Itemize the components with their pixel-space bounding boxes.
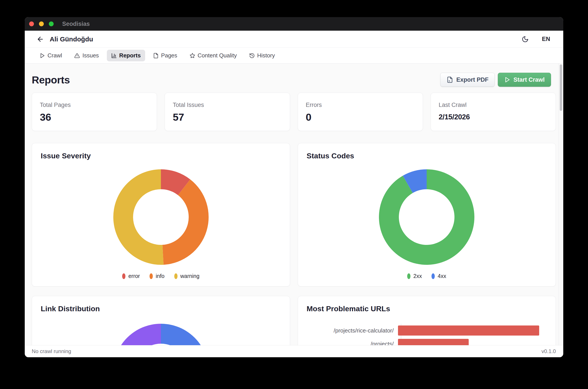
crawl-status-text: No crawl running bbox=[32, 348, 71, 355]
start-crawl-button[interactable]: Start Crawl bbox=[498, 73, 551, 87]
issue-severity-card: Issue Severity errorinfowarning bbox=[32, 143, 290, 287]
scrollbar-track-border bbox=[559, 64, 559, 345]
theme-toggle-button[interactable] bbox=[521, 35, 529, 44]
bar-row: /projects/rice-calculator/ bbox=[298, 325, 556, 336]
link-distribution-donut-chart bbox=[111, 321, 211, 345]
legend-item-info: info bbox=[149, 273, 164, 279]
issue-severity-donut-chart bbox=[111, 167, 211, 267]
export-pdf-label: Export PDF bbox=[456, 76, 488, 83]
traffic-lights bbox=[29, 22, 54, 26]
chart-title: Link Distribution bbox=[41, 304, 100, 313]
legend-marker-icon bbox=[149, 273, 153, 279]
legend-label: error bbox=[128, 273, 140, 279]
header: Ali Gündoğdu EN bbox=[25, 31, 563, 48]
back-button[interactable] bbox=[36, 34, 45, 44]
bar-row: /projects/ bbox=[298, 339, 556, 345]
page-actions: Export PDF Start Crawl bbox=[440, 73, 551, 87]
window-title: Seodisias bbox=[62, 21, 90, 27]
legend-item-warning: warning bbox=[174, 273, 200, 279]
bar bbox=[398, 339, 469, 345]
scrollbar-thumb[interactable] bbox=[560, 65, 562, 111]
tab-reports[interactable]: Reports bbox=[107, 50, 145, 61]
app-version: v0.1.0 bbox=[542, 348, 556, 355]
star-icon bbox=[190, 53, 195, 59]
legend-label: info bbox=[156, 273, 164, 279]
status-codes-card: Status Codes 2xx4xx bbox=[298, 143, 556, 287]
bar bbox=[398, 325, 539, 336]
page-header-row: Reports Export PDF Start Crawl bbox=[32, 73, 556, 87]
legend-label: warning bbox=[180, 273, 200, 279]
tab-label: Reports bbox=[119, 52, 141, 59]
tab-issues[interactable]: Issues bbox=[70, 50, 103, 61]
tab-label: History bbox=[257, 52, 275, 59]
charts-row-1: Issue Severity errorinfowarning Status C… bbox=[32, 143, 556, 287]
donut-slice-segment-0 bbox=[161, 324, 209, 345]
export-pdf-button[interactable]: Export PDF bbox=[440, 73, 495, 87]
stat-cards-row: Total Pages 36 Total Issues 57 Errors 0 … bbox=[32, 93, 556, 131]
legend-marker-icon bbox=[122, 273, 125, 279]
legend-marker-icon bbox=[432, 273, 435, 279]
tab-pages[interactable]: Pages bbox=[149, 50, 182, 61]
close-window-button[interactable] bbox=[29, 22, 34, 26]
stat-card-errors: Errors 0 bbox=[298, 93, 423, 131]
status-codes-donut-chart bbox=[376, 167, 477, 267]
legend-item-error: error bbox=[122, 273, 140, 279]
link-distribution-card: Link Distribution bbox=[32, 296, 290, 345]
tab-label: Issues bbox=[82, 52, 99, 59]
chart-title: Most Problematic URLs bbox=[307, 304, 390, 313]
charts-row-2: Link Distribution Most Problematic URLs … bbox=[32, 296, 556, 345]
tab-bar: Crawl Issues Reports Pages Content Quali… bbox=[25, 48, 563, 64]
history-icon bbox=[249, 53, 255, 59]
bar-category-label: /projects/ bbox=[298, 341, 398, 345]
stat-card-total-issues: Total Issues 57 bbox=[165, 93, 290, 131]
legend-item-4xx: 4xx bbox=[432, 273, 446, 279]
minimize-window-button[interactable] bbox=[39, 22, 44, 26]
main-content: Reports Export PDF Start Crawl Total Pag… bbox=[25, 64, 563, 345]
stat-value: 36 bbox=[40, 111, 149, 123]
arrow-left-icon bbox=[36, 35, 44, 43]
bar-track bbox=[398, 339, 556, 345]
legend-label: 2xx bbox=[413, 273, 422, 279]
donut-slice-info bbox=[162, 179, 209, 265]
stat-value: 0 bbox=[306, 111, 415, 123]
donut-slice-warning bbox=[113, 169, 163, 265]
language-switch-button[interactable]: EN bbox=[542, 36, 550, 42]
stat-label: Total Issues bbox=[173, 102, 282, 108]
stat-value: 57 bbox=[173, 111, 282, 123]
legend-item-2xx: 2xx bbox=[407, 273, 422, 279]
stat-label: Total Pages bbox=[40, 102, 149, 108]
project-user-name: Ali Gündoğdu bbox=[50, 35, 93, 43]
app-window: Seodisias Ali Gündoğdu EN Crawl Issues R… bbox=[25, 17, 563, 357]
play-icon bbox=[39, 53, 45, 59]
tab-crawl[interactable]: Crawl bbox=[35, 50, 66, 61]
legend-label: 4xx bbox=[438, 273, 446, 279]
stat-card-total-pages: Total Pages 36 bbox=[32, 93, 157, 131]
file-icon bbox=[153, 53, 159, 59]
chart-legend: errorinfowarning bbox=[122, 273, 200, 279]
stat-card-last-crawl: Last Crawl 2/15/2026 bbox=[431, 93, 556, 131]
tab-label: Pages bbox=[161, 52, 177, 59]
titlebar: Seodisias bbox=[25, 17, 563, 31]
stat-label: Last Crawl bbox=[439, 102, 548, 108]
tab-label: Crawl bbox=[48, 52, 62, 59]
legend-marker-icon bbox=[174, 273, 177, 279]
stat-value: 2/15/2026 bbox=[439, 113, 548, 121]
tab-content-quality[interactable]: Content Quality bbox=[185, 50, 241, 61]
bar-chart-icon bbox=[111, 53, 117, 59]
bar-category-label: /projects/rice-calculator/ bbox=[298, 327, 398, 334]
problematic-urls-bar-chart: /projects/rice-calculator//projects/ bbox=[298, 325, 556, 345]
chart-title: Status Codes bbox=[307, 152, 354, 160]
start-crawl-label: Start Crawl bbox=[513, 76, 545, 83]
play-icon bbox=[504, 77, 510, 83]
donut-slice-segment-1 bbox=[113, 324, 161, 345]
chart-title: Issue Severity bbox=[41, 152, 91, 160]
legend-marker-icon bbox=[407, 273, 411, 279]
stat-label: Errors bbox=[306, 102, 415, 108]
problematic-urls-card: Most Problematic URLs /projects/rice-cal… bbox=[298, 296, 556, 345]
header-actions: EN bbox=[521, 35, 550, 44]
page-title: Reports bbox=[32, 74, 70, 86]
maximize-window-button[interactable] bbox=[49, 22, 54, 26]
pdf-file-icon bbox=[447, 76, 453, 83]
tab-history[interactable]: History bbox=[245, 50, 279, 61]
alert-triangle-icon bbox=[74, 53, 80, 59]
